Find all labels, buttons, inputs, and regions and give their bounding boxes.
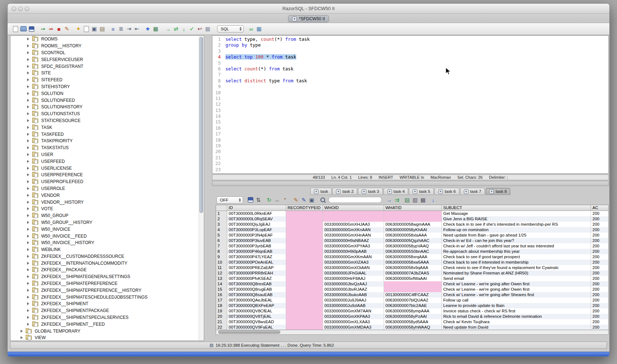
disclosure-triangle-icon[interactable] [27, 323, 29, 326]
table-row[interactable]: 1800T3000000QBXPeEAP0033000000Ju9zlAAB00… [216, 303, 608, 308]
table-cell[interactable]: 200 [591, 249, 609, 254]
row-number[interactable]: 15 [216, 287, 227, 292]
edit-cell-icon[interactable]: ✎ [292, 196, 299, 204]
table-cell[interactable]: 00T3000000QV8wsEAD [227, 319, 286, 325]
table-row[interactable]: 1000T3000000POeAnEAL0033000000GmXIZAA300… [216, 260, 608, 265]
tree-item-solutionfeed[interactable]: SOLUTIONFEED [10, 97, 204, 104]
tree-item-zkfedex-shipmentpackage[interactable]: ZKFEDEX__SHIPMENTPACKAGE [10, 307, 204, 314]
disclosure-triangle-icon[interactable] [27, 241, 29, 244]
table-cell[interactable]: 200 [591, 260, 609, 265]
tab-close-icon[interactable]: ✕ [438, 189, 443, 194]
table-cell[interactable]: Send email [442, 276, 591, 281]
db-connect-icon[interactable]: ⇒ [39, 25, 47, 32]
table-cell[interactable]: 006300000058xrqAAA [384, 254, 442, 260]
table-cell[interactable]: 00T3000000QAeJbEAL [227, 298, 286, 303]
table-cell[interactable] [286, 260, 323, 265]
disclosure-triangle-icon[interactable] [27, 207, 29, 210]
row-number[interactable]: 2 [216, 216, 227, 222]
table-cell[interactable]: 00T3000000Q8sauEAB [227, 292, 286, 298]
table-cell[interactable]: 0033000000GmXPYAA3 [323, 243, 384, 249]
table-cell[interactable]: 200 [591, 222, 609, 227]
disclosure-triangle-icon[interactable] [27, 201, 29, 204]
table-cell[interactable] [286, 287, 323, 292]
tree-item-solution[interactable]: SOLUTION [10, 90, 204, 97]
format-sql-icon[interactable]: ≡ [109, 25, 117, 32]
row-number[interactable]: 10 [216, 260, 227, 265]
download-icon[interactable]: ↓ [430, 196, 437, 204]
tab-close-icon[interactable]: ✕ [292, 17, 297, 21]
row-number[interactable]: 3 [216, 222, 227, 227]
table-cell[interactable] [286, 238, 323, 243]
tree-item-userprofilefeed[interactable]: USERPROFILEFEED [10, 178, 204, 185]
table-cell[interactable]: Invoice status check - check w/ RS first [442, 308, 591, 314]
tree-item-staticresource[interactable]: STATICRESOURCE [10, 117, 204, 124]
disclosure-triangle-icon[interactable] [27, 78, 29, 81]
disclosure-triangle-icon[interactable] [27, 228, 29, 231]
table-cell[interactable]: 200 [591, 325, 609, 330]
table-cell[interactable]: 00T3000000L0RqSEAV [227, 216, 286, 222]
table-cell[interactable]: 00630000005S0bnAAC [384, 249, 442, 254]
table-cell[interactable] [286, 325, 323, 330]
column-header-ac[interactable]: AC [591, 205, 609, 211]
table-cell[interactable]: 0033000000HirF8AAJ [323, 276, 384, 281]
table-row[interactable]: 2200T3000000QV9FaEAL0033000000GmXMDAA300… [216, 325, 608, 330]
tree-item-taskfeed[interactable]: TASKFEED [10, 131, 204, 138]
tree-item-userpreference[interactable]: USERPREFERENCE [10, 172, 204, 178]
table-cell[interactable] [323, 211, 384, 216]
table-cell[interactable]: 00630000005xfWaAAI [384, 276, 442, 281]
edit-row-icon[interactable]: ✎ [300, 196, 307, 204]
tree-item-sitefeed[interactable]: SITEFEED [10, 77, 204, 83]
tree-item-taskpriority[interactable]: TASKPRIORITY [10, 138, 204, 144]
disclosure-triangle-icon[interactable] [27, 85, 29, 88]
disclosure-triangle-icon[interactable] [27, 139, 29, 142]
disclosure-triangle-icon[interactable] [27, 112, 29, 115]
table-cell[interactable]: 00T3000000Q8rexEAB [227, 281, 286, 287]
table-cell[interactable]: Check back to see if good target prospec… [442, 254, 591, 260]
row-number[interactable]: 13 [216, 276, 227, 281]
table-cell[interactable] [286, 233, 323, 238]
reexecute-icon[interactable]: ↻ [266, 196, 273, 204]
edit-connection-icon[interactable]: ✎ [63, 25, 70, 32]
disclosure-triangle-icon[interactable] [27, 72, 29, 74]
table-cell[interactable]: 00T3000000PRR8rEAH [227, 270, 286, 276]
table-cell[interactable] [286, 281, 323, 287]
table-cell[interactable]: 200 [591, 227, 609, 233]
table-cell[interactable]: 200 [591, 319, 609, 325]
code-line[interactable] [225, 125, 310, 131]
table-cell[interactable]: 0013000000C4fFCAAZ [384, 292, 442, 298]
table-row[interactable]: 1300T3000000PfvKSEAZ0033000000HirF8AAJ00… [216, 276, 608, 281]
code-line[interactable]: select top 100 * from task [225, 54, 310, 60]
table-row[interactable]: 1600T3000000Q8sauEAB0033000000JbukoAAB00… [216, 292, 608, 298]
table-cell[interactable]: 200 [591, 265, 609, 270]
table-cell[interactable]: 00T3000000P3tuvEAB [227, 238, 286, 243]
code-line[interactable] [225, 90, 310, 96]
column-header-id[interactable]: ID [227, 205, 286, 211]
row-number[interactable]: 19 [216, 308, 227, 314]
row-number[interactable]: 16 [216, 292, 227, 298]
db-disconnect-icon[interactable]: ⇏ [47, 25, 55, 32]
result-tab-task-6[interactable]: ✕task 6 [435, 188, 459, 195]
copy-results-icon[interactable]: ▣ [308, 196, 315, 204]
disclosure-triangle-icon[interactable] [27, 194, 29, 197]
tree-item-global-temporary[interactable]: GLOBAL TEMPORARY [10, 328, 204, 334]
column-settings-icon[interactable]: ▦ [419, 196, 427, 204]
table-cell[interactable]: 00T3000000PREZaEAP [227, 265, 286, 270]
table-cell[interactable]: 00T3000000QV9FaEAL [227, 325, 286, 330]
table-cell[interactable]: 006300000058xlaAAA [384, 233, 442, 238]
table-row[interactable]: 500T3000000P3N4pEAF0033000000GmXHnAAN006… [216, 233, 608, 238]
tab-close-icon[interactable]: ✕ [387, 189, 392, 194]
results-scrollbar-thumb[interactable] [218, 330, 280, 334]
open-file-icon[interactable] [20, 25, 27, 32]
code-line[interactable]: select count(*) from task [225, 66, 310, 72]
code-line[interactable]: select type, count(*) from task [225, 36, 310, 42]
titlebar[interactable]: RazorSQL - SFDCW50 II [8, 4, 609, 14]
tab-close-icon[interactable]: ✕ [336, 189, 341, 194]
table-cell[interactable]: 200 [591, 276, 609, 281]
tree-item-selfserviceuser[interactable]: SELFSERVICEUSER [10, 56, 204, 63]
indent-icon[interactable]: ⇥ [125, 25, 133, 32]
tree-item-w50-invoice-feed[interactable]: W50_INVOICE__FEED [10, 233, 204, 239]
table-cell[interactable]: 006300000058xw5AAA [384, 260, 442, 265]
table-cell[interactable]: 0033000000JbvQzAAJ [323, 281, 384, 287]
table-cell[interactable]: Rick to email David & reference Delmonte… [442, 314, 591, 319]
column-header-recordtypeid[interactable]: RECORDTYPEID [286, 205, 323, 211]
